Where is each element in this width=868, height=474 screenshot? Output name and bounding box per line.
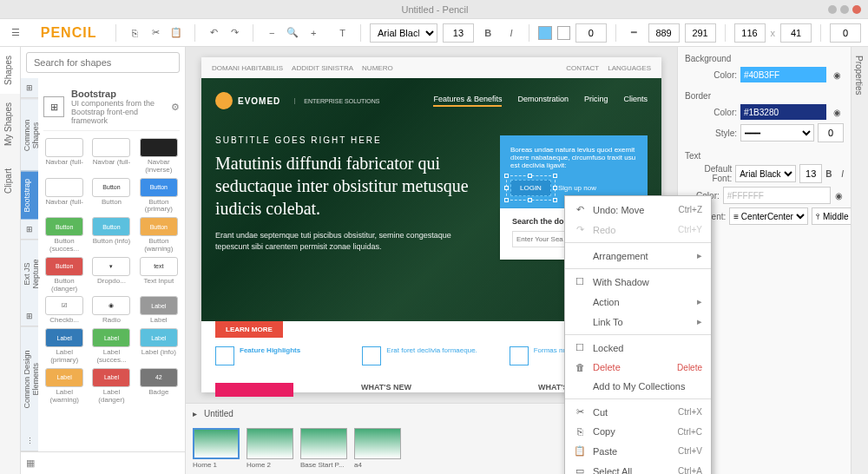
topnav-languages[interactable]: LANGUAGES bbox=[608, 64, 651, 72]
shape-item[interactable]: ButtonButton (danger) bbox=[43, 257, 85, 293]
border-width[interactable] bbox=[818, 123, 844, 142]
shape-item[interactable]: ☑Checkb... bbox=[43, 296, 85, 325]
line-style-icon[interactable]: ━ bbox=[625, 23, 643, 43]
cat-grid-icon[interactable]: ⊞ bbox=[21, 78, 38, 98]
shape-item[interactable]: ButtonButton (info) bbox=[90, 217, 132, 253]
signup-link[interactable]: Sign up now bbox=[558, 184, 596, 192]
eyedropper-icon[interactable]: ◉ bbox=[834, 188, 844, 202]
page-thumb[interactable]: a4 bbox=[354, 428, 401, 469]
menu-delete[interactable]: 🗑DeleteDelete bbox=[565, 358, 711, 377]
topnav-item[interactable]: DOMANI HABITABILIS bbox=[212, 64, 283, 72]
menu-paste[interactable]: 📋PasteCtrl+V bbox=[565, 441, 711, 461]
nav-clients[interactable]: Clients bbox=[623, 95, 648, 107]
tab-clipart[interactable]: Clipart bbox=[0, 160, 20, 202]
apps-icon[interactable]: ▦ bbox=[26, 458, 35, 469]
cat-bootstrap[interactable]: Bootstrap bbox=[21, 171, 38, 220]
shape-item[interactable]: ButtonButton (succes... bbox=[43, 217, 85, 253]
search-input[interactable] bbox=[26, 52, 180, 73]
copy-icon[interactable]: ⎘ bbox=[125, 23, 144, 43]
fill-color[interactable] bbox=[538, 26, 551, 40]
sel-x[interactable] bbox=[830, 23, 861, 43]
eyedropper-icon[interactable]: ◉ bbox=[830, 68, 844, 82]
paste-icon[interactable]: 📋 bbox=[167, 23, 186, 43]
italic-toggle[interactable]: I bbox=[841, 169, 844, 179]
nav-features[interactable]: Features & Benefits bbox=[433, 95, 502, 107]
menu-redo[interactable]: ↷RedoCtrl+Y bbox=[565, 220, 711, 240]
shape-item[interactable]: ButtonButton (primary) bbox=[138, 178, 180, 214]
border-color-field[interactable]: #1B3280 bbox=[740, 104, 826, 120]
sel-w[interactable] bbox=[734, 23, 766, 43]
shape-item[interactable]: Navbar (inverse) bbox=[138, 138, 180, 174]
canvas-w[interactable] bbox=[648, 23, 680, 43]
gear-icon[interactable]: ⚙ bbox=[171, 102, 180, 113]
shape-item[interactable]: Navbar (full- bbox=[43, 138, 85, 174]
nav-demo[interactable]: Demonstration bbox=[517, 95, 569, 107]
zoom-in-icon[interactable]: + bbox=[304, 23, 323, 43]
shape-item[interactable]: ◉Radio bbox=[90, 296, 132, 325]
undo-icon[interactable]: ↶ bbox=[204, 23, 223, 43]
menu-with-shadow[interactable]: ☐With Shadow bbox=[565, 272, 711, 292]
text-tool-icon[interactable]: T bbox=[333, 23, 352, 43]
zoom-reset-icon[interactable]: 🔍 bbox=[283, 23, 302, 43]
cat-grid2-icon[interactable]: ⊞ bbox=[21, 220, 38, 240]
cat-common-shapes[interactable]: Common Shapes bbox=[21, 98, 38, 171]
page-thumb[interactable]: Home 1 bbox=[193, 428, 240, 469]
tab-my-shapes[interactable]: My Shapes bbox=[0, 94, 20, 155]
cut-icon[interactable]: ✂ bbox=[146, 23, 165, 43]
page-thumb[interactable]: Home 2 bbox=[247, 428, 293, 469]
shape-item[interactable]: LabelLabel (danger) bbox=[90, 368, 132, 405]
opacity-input[interactable] bbox=[575, 23, 607, 43]
menu-select-all[interactable]: ▭Select AllCtrl+A bbox=[565, 461, 711, 474]
menu-icon[interactable]: ☰ bbox=[7, 23, 25, 43]
shape-item[interactable]: LabelLabel bbox=[138, 296, 180, 325]
text-color-field[interactable] bbox=[723, 187, 832, 204]
shape-item[interactable]: Navbar (full- bbox=[90, 138, 132, 174]
bold-toggle[interactable]: B bbox=[825, 169, 832, 179]
topnav-item[interactable]: NUMERO bbox=[362, 64, 393, 72]
shape-item[interactable]: LabelLabel (succes... bbox=[90, 328, 132, 365]
shape-item[interactable]: 42Badge bbox=[138, 368, 180, 405]
menu-arrangement[interactable]: Arrangement▸ bbox=[565, 246, 711, 266]
eyedropper-icon[interactable]: ◉ bbox=[830, 105, 844, 119]
menu-copy[interactable]: ⎘CopyCtrl+C bbox=[565, 422, 711, 441]
bold-icon[interactable]: B bbox=[479, 23, 497, 43]
menu-locked[interactable]: ☐Locked bbox=[565, 338, 711, 358]
text-font-size[interactable] bbox=[799, 164, 822, 183]
shape-item[interactable]: ButtonButton (warning) bbox=[138, 217, 180, 253]
close-button[interactable] bbox=[852, 5, 861, 14]
menu-cut[interactable]: ✂CutCtrl+X bbox=[565, 402, 711, 422]
cat-extjs[interactable]: Ext JS Neptune bbox=[21, 240, 38, 307]
sel-h[interactable] bbox=[780, 23, 812, 43]
font-size-input[interactable] bbox=[443, 23, 474, 43]
maximize-button[interactable] bbox=[840, 5, 849, 14]
doc-name[interactable]: Untitled bbox=[197, 409, 240, 418]
tab-properties[interactable]: Properties bbox=[852, 47, 866, 104]
shape-item[interactable]: ButtonButton bbox=[90, 178, 132, 214]
text-font-select[interactable]: Arial Black bbox=[735, 165, 796, 182]
bg-color-field[interactable]: #40B3FF bbox=[740, 67, 826, 82]
zoom-out-icon[interactable]: − bbox=[262, 23, 281, 43]
page-thumb[interactable]: Base Start P... bbox=[300, 428, 347, 469]
minimize-button[interactable] bbox=[828, 5, 837, 14]
topnav-item[interactable]: ADDIDIT SINISTRA bbox=[292, 64, 353, 72]
cat-more-icon[interactable]: ⋮ bbox=[21, 431, 38, 451]
italic-icon[interactable]: I bbox=[503, 23, 521, 43]
tab-shapes[interactable]: Shapes bbox=[0, 47, 20, 94]
menu-undo-move[interactable]: ↶Undo: MoveCtrl+Z bbox=[565, 200, 711, 220]
cat-grid3-icon[interactable]: ⊞ bbox=[21, 306, 38, 326]
menu-add-to-my-collections[interactable]: Add to My Collections bbox=[565, 377, 711, 396]
shape-item[interactable]: ▾Dropdo... bbox=[90, 257, 132, 293]
align-h-select[interactable]: ≡ CenterCenter bbox=[729, 207, 808, 225]
nav-pricing[interactable]: Pricing bbox=[584, 95, 608, 107]
shape-item[interactable]: LabelLabel (warning) bbox=[43, 368, 85, 405]
canvas-h[interactable] bbox=[685, 23, 716, 43]
stroke-color[interactable] bbox=[557, 26, 570, 40]
shape-item[interactable]: LabelLabel (primary) bbox=[43, 328, 85, 365]
shape-item[interactable]: textText Input bbox=[138, 257, 180, 293]
shape-item[interactable]: LabelLabel (info) bbox=[138, 328, 180, 365]
cat-common-design[interactable]: Common Design Elements bbox=[21, 326, 38, 431]
redo-icon[interactable]: ↷ bbox=[225, 23, 244, 43]
menu-link-to[interactable]: Link To▸ bbox=[565, 312, 711, 332]
shape-item[interactable]: Navbar (full- bbox=[43, 178, 85, 214]
font-select[interactable]: Arial Black bbox=[370, 23, 437, 43]
